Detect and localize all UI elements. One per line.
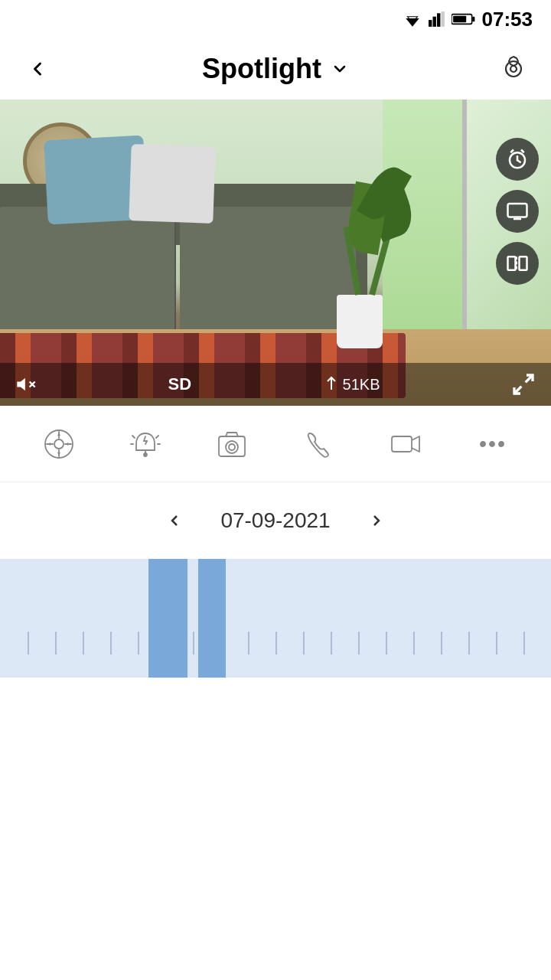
svg-rect-17: [508, 204, 527, 217]
bandwidth-display: 51KB: [323, 376, 380, 394]
svg-rect-5: [441, 11, 444, 27]
svg-line-16: [521, 150, 524, 153]
svg-point-45: [229, 444, 235, 450]
svg-line-14: [517, 160, 520, 162]
svg-rect-8: [453, 16, 466, 23]
svg-line-36: [144, 436, 145, 441]
snapshot-button[interactable]: [201, 413, 262, 475]
alarm-button[interactable]: [115, 413, 176, 475]
svg-rect-3: [432, 17, 435, 27]
svg-rect-21: [520, 256, 527, 270]
timeline-segment-1[interactable]: [148, 559, 187, 678]
camera-feed: SD 51KB: [0, 100, 551, 406]
back-button[interactable]: [18, 50, 57, 88]
call-button[interactable]: [289, 413, 350, 475]
svg-point-29: [54, 439, 64, 449]
svg-point-49: [499, 442, 504, 446]
mute-button[interactable]: [15, 374, 37, 395]
plant-pot: [337, 295, 383, 348]
below-timeline: [0, 678, 551, 831]
room-scene: [0, 100, 551, 406]
page-title: Spotlight: [202, 53, 321, 85]
signal-icon: [429, 11, 445, 27]
schedule-button[interactable]: [496, 138, 539, 181]
flip-button[interactable]: [496, 242, 539, 285]
record-button[interactable]: [375, 413, 436, 475]
title-dropdown[interactable]: Spotlight: [202, 53, 349, 85]
nav-bar: Spotlight: [0, 38, 551, 100]
prev-date-button[interactable]: [159, 505, 190, 536]
svg-line-39: [132, 436, 135, 438]
ptz-button[interactable]: [28, 413, 90, 475]
timeline[interactable]: [0, 559, 551, 678]
date-navigator: 07-09-2021: [0, 482, 551, 559]
svg-point-35: [144, 453, 147, 456]
wifi-icon: [403, 11, 422, 27]
timeline-segment-2[interactable]: [198, 559, 226, 678]
status-time: 07:53: [482, 8, 533, 31]
pillow-white: [129, 144, 215, 224]
control-panel: [0, 406, 551, 482]
status-icons: 07:53: [403, 8, 533, 31]
svg-rect-46: [392, 436, 412, 452]
bandwidth-icon: [323, 376, 340, 393]
display-button[interactable]: [496, 190, 539, 233]
svg-point-44: [226, 441, 238, 453]
status-bar: 07:53: [0, 0, 551, 38]
camera-overlay-bar: SD 51KB: [0, 363, 551, 406]
svg-point-10: [510, 66, 517, 72]
svg-point-9: [506, 61, 521, 77]
fullscreen-button[interactable]: [511, 372, 536, 397]
couch-cushion-right: [180, 207, 356, 345]
chevron-down-icon: [331, 60, 349, 78]
svg-rect-7: [472, 17, 474, 21]
svg-point-48: [490, 442, 494, 446]
settings-icon: [497, 52, 530, 86]
svg-rect-20: [508, 256, 516, 270]
more-button[interactable]: [461, 413, 523, 475]
couch-cushion-left: [0, 207, 176, 345]
settings-button[interactable]: [494, 50, 533, 88]
battery-icon: [452, 12, 476, 26]
camera-controls: [496, 138, 539, 285]
svg-line-15: [510, 150, 514, 153]
svg-rect-2: [429, 20, 432, 27]
svg-line-40: [156, 436, 158, 438]
svg-rect-4: [437, 13, 440, 27]
current-date: 07-09-2021: [220, 508, 330, 533]
svg-point-47: [481, 442, 485, 446]
next-date-button[interactable]: [361, 505, 392, 536]
quality-badge: SD: [168, 374, 192, 394]
